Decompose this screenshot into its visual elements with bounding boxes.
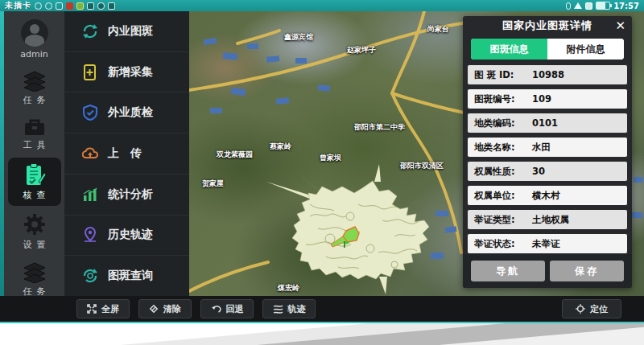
navigate-button[interactable]: 导航 xyxy=(471,261,545,281)
clear-button[interactable]: 清除 xyxy=(138,299,192,318)
clipboard-check-icon xyxy=(23,162,47,187)
device-edge xyxy=(0,11,4,322)
sidebar-item-tasks[interactable]: 任务 xyxy=(8,66,61,111)
map-place-label: 贺家屋 xyxy=(202,179,224,189)
menu-item-history-track[interactable]: 历史轨迹 xyxy=(64,216,189,257)
layers-icon xyxy=(23,71,47,92)
field-row-parcel-no[interactable]: 图斑编号:109 xyxy=(467,88,628,109)
clock-label: 17:57 xyxy=(613,2,639,10)
carrier-label: 未插卡 xyxy=(5,0,31,11)
sync-icon xyxy=(45,2,52,10)
locate-button[interactable]: 定位 xyxy=(562,299,621,318)
avatar xyxy=(21,19,48,47)
status-left: 未插卡 xyxy=(5,0,115,11)
sidebar-item-profile[interactable]: admin xyxy=(8,14,61,64)
battery-icon xyxy=(596,2,610,10)
menu-item-parcel-query[interactable]: 图斑查询 xyxy=(64,256,189,296)
sim-icon xyxy=(56,2,63,10)
toolbar-left-group: 全屏 清除 回退 轨迹 xyxy=(76,299,316,318)
map-place-label: 赵家坪子 xyxy=(347,45,376,55)
layers-icon xyxy=(23,262,47,283)
eye-icon xyxy=(35,2,42,10)
field-row-landtype-name[interactable]: 地类名称:水田 xyxy=(467,137,628,158)
field-row-parcel-id[interactable]: 图 斑 ID:10988 xyxy=(467,64,628,85)
field-row-ownership-unit[interactable]: 权属单位:横木村 xyxy=(467,185,628,206)
panel-tabs: 图斑信息 附件信息 xyxy=(471,39,624,60)
menu-item-label: 图斑查询 xyxy=(108,269,153,283)
panel-header: 国家内业图斑详情 ✕ xyxy=(463,16,632,35)
menu-item-new-collection[interactable]: 新增采集 xyxy=(64,52,189,93)
tab-parcel-info[interactable]: 图斑信息 xyxy=(471,39,547,60)
field-row-ownership-nature[interactable]: 权属性质:30 xyxy=(467,161,628,182)
track-icon xyxy=(273,304,283,314)
panel-footer: 导航 保存 xyxy=(463,254,632,288)
menu-item-upload[interactable]: 上 传 xyxy=(64,133,189,175)
menu-item-label: 历史轨迹 xyxy=(108,228,153,242)
map-place-label: 尚家台 xyxy=(427,24,449,35)
locate-icon xyxy=(576,304,585,314)
menu-item-field-qc[interactable]: 外业质检 xyxy=(64,92,189,133)
fullscreen-button[interactable]: 全屏 xyxy=(76,299,130,318)
fullscreen-icon xyxy=(87,304,97,314)
status-bar: 未插卡 17:57 xyxy=(0,0,644,11)
sidebar-item-verify[interactable]: 核查 xyxy=(8,158,61,206)
menu-item-parcels[interactable]: 内业图斑 xyxy=(64,11,189,52)
usb-icon xyxy=(87,2,94,10)
wifi-icon xyxy=(574,2,582,9)
clear-icon xyxy=(149,304,159,314)
screenshot-red-icon xyxy=(66,2,73,10)
map-place-label: 双龙紫薇园 xyxy=(217,150,253,160)
map-place-label: 煤宏岭 xyxy=(278,283,299,294)
map-toolbar: 全屏 清除 回退 轨迹 定位 xyxy=(0,296,644,322)
menu-item-label: 上 传 xyxy=(108,146,142,161)
menu-item-label: 外业质检 xyxy=(108,105,153,120)
save-button[interactable]: 保存 xyxy=(550,261,624,281)
block-icon xyxy=(97,2,105,10)
cloud-upload-icon xyxy=(82,146,98,162)
menu-item-label: 统计分析 xyxy=(108,187,153,202)
sidebar-item-tools[interactable]: 工具 xyxy=(8,113,61,156)
toolbox-icon xyxy=(23,117,47,137)
bar-chart-icon xyxy=(82,187,98,203)
app-green-icon xyxy=(76,2,84,10)
status-right: 17:57 xyxy=(566,2,639,10)
location-pin-icon xyxy=(82,227,98,243)
search-refresh-icon xyxy=(82,268,98,284)
field-list: 图 斑 ID:10988 图斑编号:109 地类编码:0101 地类名称:水田 … xyxy=(463,64,632,278)
app-screen: 未插卡 17:57 admin xyxy=(0,0,644,345)
map-place-label: 邵阳市第二中学 xyxy=(354,122,405,133)
doc-plus-icon xyxy=(82,64,98,80)
field-row-landtype-code[interactable]: 地类编码:0101 xyxy=(467,113,628,133)
sidebar-item-settings[interactable]: 设置 xyxy=(8,207,61,256)
sdcard-icon xyxy=(585,2,592,10)
sidebar-item-label: 核查 xyxy=(19,189,51,201)
field-row-evidence-type[interactable]: 举证类型:土地权属 xyxy=(467,209,628,230)
map-place-label: 鑫源宾馆 xyxy=(284,32,313,43)
track-button[interactable]: 轨迹 xyxy=(262,299,316,318)
sidebar-item-label: admin xyxy=(20,49,47,60)
device-bezel xyxy=(0,322,644,345)
refresh-parcel-icon xyxy=(82,23,98,39)
menu-item-label: 内业图斑 xyxy=(108,24,153,39)
close-icon[interactable]: ✕ xyxy=(615,18,625,34)
sidebar-item-label: 设置 xyxy=(19,239,51,251)
panel-title: 国家内业图斑详情 xyxy=(502,18,592,33)
map-place-label: 蔡家岭 xyxy=(270,142,291,152)
sidebar-item-label: 任务 xyxy=(19,94,51,106)
parcel-detail-panel: 国家内业图斑详情 ✕ 图斑信息 附件信息 图 斑 ID:10988 图斑编号:1… xyxy=(463,16,632,288)
menu-item-statistics[interactable]: 统计分析 xyxy=(64,175,189,216)
gear-icon xyxy=(23,212,47,236)
vibrate-icon xyxy=(566,2,571,10)
map-place-label: 邵阳市双清区 xyxy=(400,161,444,171)
undo-button[interactable]: 回退 xyxy=(200,299,254,318)
survey-polygon xyxy=(266,164,429,294)
keyboard-icon xyxy=(108,2,115,10)
sidebar-item-label: 工具 xyxy=(19,139,51,151)
map-place-label: 曾家坝 xyxy=(320,153,341,163)
tab-attachment-info[interactable]: 附件信息 xyxy=(547,39,624,60)
function-menu: 内业图斑 新增采集 外业质检 上 传 统计分析 xyxy=(64,11,189,296)
sidebar: admin 任务 工具 xyxy=(4,11,64,296)
menu-item-label: 新增采集 xyxy=(108,65,153,80)
field-row-evidence-status[interactable]: 举证状态:未举证 xyxy=(467,233,628,254)
shield-check-icon xyxy=(82,105,98,121)
